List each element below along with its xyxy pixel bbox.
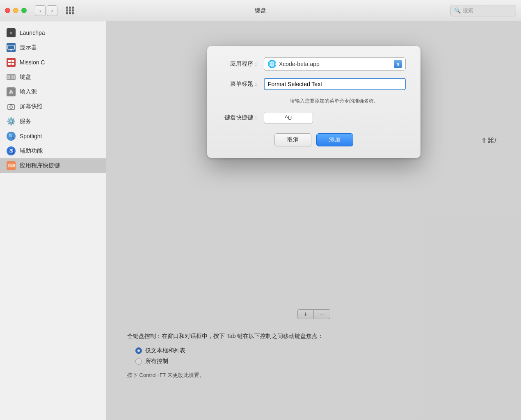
app-selector[interactable]: 🌐 Xcode-beta.app ⇅ <box>264 57 406 71</box>
shortcut-input[interactable] <box>264 112 313 123</box>
input-icon: あ <box>7 87 16 96</box>
svg-rect-3 <box>8 60 11 62</box>
dialog-overlay: 应用程序： 🌐 Xcode-beta.app ⇅ 菜单标题： 请输入您要添加的菜… <box>107 21 521 420</box>
svg-point-8 <box>10 106 12 108</box>
svg-rect-0 <box>8 45 14 49</box>
svg-rect-7 <box>8 105 14 110</box>
traffic-lights <box>5 8 27 13</box>
svg-rect-6 <box>11 63 14 65</box>
sidebar-label-display: 显示器 <box>20 44 37 51</box>
add-button[interactable]: 添加 <box>316 133 353 146</box>
maximize-button[interactable] <box>21 8 27 13</box>
sidebar-label-input: 输入源 <box>20 88 37 96</box>
hint-text: 请输入您要添加的菜单命令的准确名称。 <box>263 98 406 105</box>
main-panel: ⇧⌘/ + − 全键盘控制：在窗口和对话框中，按下 Tab 键在以下控制之间移动… <box>107 21 521 420</box>
sidebar-label-mission: Mission C <box>20 59 45 66</box>
sidebar-item-services[interactable]: ⚙️ 服务 <box>0 114 106 129</box>
screenshot-icon <box>7 102 16 111</box>
grid-icon <box>66 7 74 14</box>
search-box[interactable]: 🔍 搜索 <box>450 5 516 16</box>
app-selector-row: 应用程序： 🌐 Xcode-beta.app ⇅ <box>222 57 406 71</box>
grid-view-button[interactable] <box>63 4 76 17</box>
sidebar-item-keyboard[interactable]: 键盘 <box>0 70 106 84</box>
menu-title-input[interactable] <box>264 78 406 90</box>
dialog: 应用程序： 🌐 Xcode-beta.app ⇅ 菜单标题： 请输入您要添加的菜… <box>207 46 420 158</box>
main-content: ⊞ Launchpa 显示器 Mission C <box>0 21 521 420</box>
menu-label: 菜单标题： <box>222 80 259 88</box>
app-selector-arrow-icon: ⇅ <box>394 60 402 68</box>
app-name: Xcode-beta.app <box>279 61 391 67</box>
sidebar-label-app-shortcuts: 应用程序快捷键 <box>20 162 60 169</box>
window-title: 键盘 <box>255 7 266 14</box>
sidebar-label-services: 服务 <box>20 118 31 125</box>
app-shortcuts-icon: ⌨ <box>7 161 16 170</box>
shortcut-row: 键盘快捷键： <box>222 112 406 123</box>
minimize-button[interactable] <box>13 8 18 13</box>
sidebar-item-launchpad[interactable]: ⊞ Launchpa <box>0 25 106 40</box>
keyboard-icon <box>7 73 16 82</box>
sidebar-item-mission-control[interactable]: Mission C <box>0 55 106 70</box>
display-icon <box>7 43 16 52</box>
search-icon: 🔍 <box>454 7 461 14</box>
menu-title-row: 菜单标题： <box>222 78 406 90</box>
app-label: 应用程序： <box>222 60 259 68</box>
app-icon: 🌐 <box>267 59 276 68</box>
back-button[interactable]: ‹ <box>35 5 46 16</box>
sidebar-label-spotlight: Spotlight <box>20 133 42 139</box>
shortcut-label: 键盘快捷键： <box>222 114 259 121</box>
sidebar: ⊞ Launchpa 显示器 Mission C <box>0 21 107 420</box>
search-placeholder: 搜索 <box>463 7 512 14</box>
forward-button[interactable]: › <box>47 5 57 16</box>
accessibility-icon: ♿ <box>7 146 16 155</box>
sidebar-item-screenshot[interactable]: 屏幕快照 <box>0 99 106 114</box>
services-icon: ⚙️ <box>7 117 16 126</box>
sidebar-item-accessibility[interactable]: ♿ 辅助功能 <box>0 144 106 158</box>
titlebar: ‹ › 键盘 🔍 搜索 <box>0 0 521 21</box>
svg-rect-5 <box>8 63 11 65</box>
launchpad-icon: ⊞ <box>7 28 16 37</box>
spotlight-icon: 🔍 <box>7 132 16 141</box>
nav-buttons: ‹ › <box>35 5 57 16</box>
sidebar-item-display[interactable]: 显示器 <box>0 40 106 55</box>
svg-rect-9 <box>10 104 12 105</box>
sidebar-item-spotlight[interactable]: 🔍 Spotlight <box>0 129 106 144</box>
sidebar-label-screenshot: 屏幕快照 <box>20 103 43 110</box>
sidebar-label-keyboard: 键盘 <box>20 73 31 81</box>
close-button[interactable] <box>5 8 10 13</box>
sidebar-item-app-shortcuts[interactable]: ⌨ 应用程序快捷键 <box>0 158 106 173</box>
dialog-buttons: 取消 添加 <box>222 133 406 146</box>
cancel-button[interactable]: 取消 <box>274 133 311 146</box>
mission-control-icon <box>7 58 16 67</box>
svg-rect-4 <box>11 60 14 62</box>
sidebar-label-accessibility: 辅助功能 <box>20 147 43 155</box>
sidebar-item-input[interactable]: あ 输入源 <box>0 84 106 99</box>
sidebar-label-launchpad: Launchpa <box>20 30 45 36</box>
